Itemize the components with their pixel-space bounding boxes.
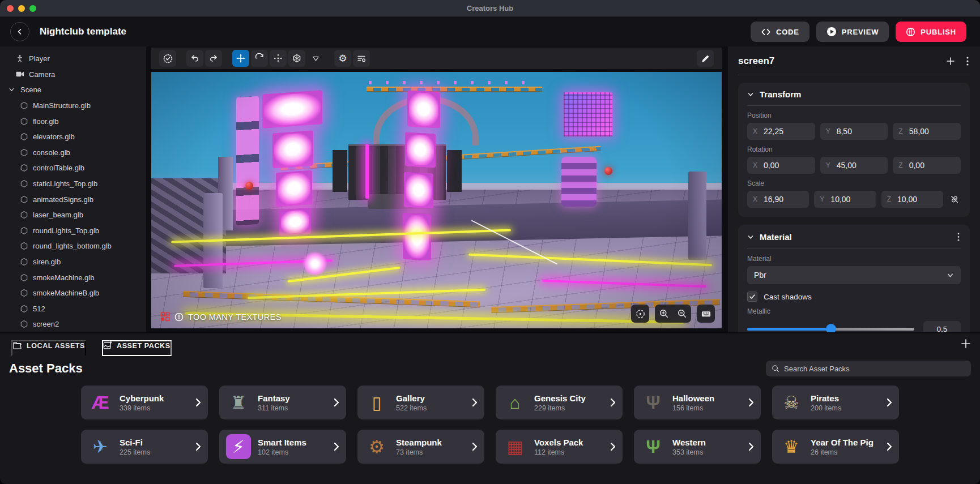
metallic-slider-fill <box>747 328 831 331</box>
rotation-z-value: 0,00 <box>909 161 924 170</box>
bounding-box-button[interactable] <box>288 50 305 67</box>
redo-button[interactable] <box>205 50 222 67</box>
tree-item-screen2[interactable]: screen2 <box>0 316 146 332</box>
entity-menu-button[interactable] <box>965 55 970 67</box>
asset-pack-card-genesis-city[interactable]: ⌂Genesis City229 items <box>496 386 623 419</box>
tree-item-label: smokeMachine.glb <box>33 273 94 282</box>
tab-local-assets[interactable]: LOCAL ASSETS <box>11 340 86 356</box>
zoom-window-button[interactable] <box>29 5 36 12</box>
view-options-button[interactable] <box>353 50 370 67</box>
tree-item-mainstructure-glb[interactable]: MainStructure.glb <box>0 98 146 114</box>
publish-button-label: PUBLISH <box>921 28 956 36</box>
material-section-header[interactable]: Material <box>747 232 961 242</box>
badge-check-button[interactable] <box>159 50 176 67</box>
hierarchy-tree: PlayerCameraSceneMainStructure.glbfloor.… <box>0 51 146 332</box>
tab-asset-packs[interactable]: ASSET PACKS <box>102 340 172 356</box>
tree-item-camera[interactable]: Camera <box>0 67 146 83</box>
undo-button[interactable] <box>186 50 203 67</box>
tree-item-label: controlTable.glb <box>33 164 84 172</box>
scale-tool-button[interactable] <box>270 50 287 67</box>
material-select[interactable]: Pbr <box>747 266 961 284</box>
asset-pack-count: 522 items <box>396 404 427 412</box>
cyberpunk-logo-icon: Æ <box>88 390 113 415</box>
tree-item-controltable-glb[interactable]: controlTable.glb <box>0 160 146 176</box>
asset-pack-card-smart-items[interactable]: ⚡Smart Items102 items <box>219 430 346 464</box>
chevron-right-icon <box>472 398 478 407</box>
tree-item-siren-glb[interactable]: siren.glb <box>0 254 146 270</box>
viewport-3d-scene[interactable]: TOO MANY TEXTURES <box>151 72 722 328</box>
asset-pack-card-sci-fi[interactable]: ✈Sci-Fi225 items <box>81 430 208 464</box>
tree-item-roundlights-top-glb[interactable]: roundLights_Top.glb <box>0 223 146 239</box>
tree-item-smokemachine-glb[interactable]: smokeMachine.glb <box>0 269 146 285</box>
scale-z-input[interactable]: Z10,00 <box>881 191 943 208</box>
zoom-out-button[interactable] <box>673 305 691 323</box>
cactus-icon: Ψ <box>641 434 666 459</box>
metallic-value-input[interactable]: 0,5 <box>923 321 961 332</box>
cast-shadows-checkbox[interactable] <box>747 292 757 302</box>
tree-item-animatedsigns-glb[interactable]: animatedSigns.glb <box>0 191 146 207</box>
city-park-icon: ⌂ <box>502 390 527 415</box>
entity-hexagon-icon <box>19 101 28 110</box>
asset-pack-card-gallery[interactable]: ▯Gallery522 items <box>357 386 484 419</box>
position-z-value: 58,00 <box>909 127 929 136</box>
rotation-x-input[interactable]: X0,00 <box>747 157 815 174</box>
close-window-button[interactable] <box>7 5 14 12</box>
rotation-z-input[interactable]: Z0,00 <box>893 157 961 174</box>
viewport-warning-text: TOO MANY TEXTURES <box>188 312 282 322</box>
asset-pack-card-cyberpunk[interactable]: ÆCyberpunk339 items <box>81 386 208 419</box>
asset-pack-meta: Western353 items <box>672 437 706 456</box>
material-menu-button[interactable] <box>956 232 961 242</box>
gizmo-dropdown-button[interactable] <box>307 50 324 67</box>
position-y-input[interactable]: Y8,50 <box>820 123 888 140</box>
window-controls <box>7 5 36 12</box>
asset-pack-card-steampunk[interactable]: ⚙Steampunk73 items <box>357 430 484 464</box>
tree-item-elevators-glb[interactable]: elevators.glb <box>0 129 146 145</box>
tree-item-floor-glb[interactable]: floor.glb <box>0 113 146 129</box>
rotation-y-input[interactable]: Y45,00 <box>820 157 888 174</box>
asset-pack-card-year-of-the-pig[interactable]: ♛Year Of The Pig26 items <box>772 430 899 464</box>
back-button[interactable] <box>10 22 29 41</box>
main-area: PlayerCameraSceneMainStructure.glbfloor.… <box>0 46 980 332</box>
entity-hexagon-icon <box>19 179 28 189</box>
metallic-slider[interactable] <box>747 328 914 331</box>
tree-item-512[interactable]: 512 <box>0 301 146 317</box>
pig-statue-icon: ♛ <box>779 434 804 459</box>
tree-item-staticlights-top-glb[interactable]: staticLights_Top.glb <box>0 176 146 192</box>
code-button[interactable]: CODE <box>751 22 809 42</box>
add-component-button[interactable] <box>945 55 956 67</box>
minimize-window-button[interactable] <box>18 5 25 12</box>
tree-item-round-lights-bottom-glb[interactable]: round_lights_bottom.glb <box>0 238 146 254</box>
edit-pencil-button[interactable] <box>697 50 714 67</box>
asset-pack-card-pirates[interactable]: ☠Pirates200 items <box>772 386 899 419</box>
shortcuts-button[interactable] <box>697 305 715 323</box>
zoom-in-button[interactable] <box>655 305 673 323</box>
tree-item-scene[interactable]: Scene <box>0 82 146 98</box>
asset-pack-card-halloween[interactable]: ΨHalloween156 items <box>634 386 761 419</box>
tree-item-player[interactable]: Player <box>0 51 146 67</box>
scale-y-input[interactable]: Y10,00 <box>814 191 876 208</box>
tree-item-smokemachineb-glb[interactable]: smokeMachineB.glb <box>0 285 146 301</box>
header-actions: CODE PREVIEW PUBLISH <box>751 22 966 42</box>
scale-x-input[interactable]: X16,90 <box>747 191 809 208</box>
move-tool-button[interactable] <box>232 50 249 67</box>
transform-section-header[interactable]: Transform <box>747 89 961 99</box>
rotate-tool-button[interactable] <box>251 50 268 67</box>
preview-button[interactable]: PREVIEW <box>816 22 889 42</box>
entity-hexagon-icon <box>19 242 28 251</box>
tree-item-laser-beam-glb[interactable]: laser_beam.glb <box>0 207 146 223</box>
position-x-input[interactable]: X22,25 <box>747 123 815 140</box>
focus-camera-button[interactable] <box>631 305 649 323</box>
asset-pack-card-voxels-pack[interactable]: ▦Voxels Pack112 items <box>496 430 623 464</box>
link-scale-button[interactable] <box>948 193 961 205</box>
tree-item-console-glb[interactable]: console.glb <box>0 145 146 161</box>
add-asset-button[interactable] <box>961 339 971 349</box>
search-asset-packs-input[interactable] <box>784 365 965 373</box>
asset-pack-card-western[interactable]: ΨWestern353 items <box>634 430 761 464</box>
voxel-beetle-icon: ▦ <box>502 434 527 459</box>
viewport-toolbar: ⚙ <box>151 48 722 69</box>
publish-button[interactable]: PUBLISH <box>896 22 966 42</box>
metallic-slider-handle[interactable] <box>826 324 836 332</box>
asset-pack-card-fantasy[interactable]: ♜Fantasy311 items <box>219 386 346 419</box>
position-z-input[interactable]: Z58,00 <box>893 123 961 140</box>
settings-button[interactable]: ⚙ <box>334 50 351 67</box>
